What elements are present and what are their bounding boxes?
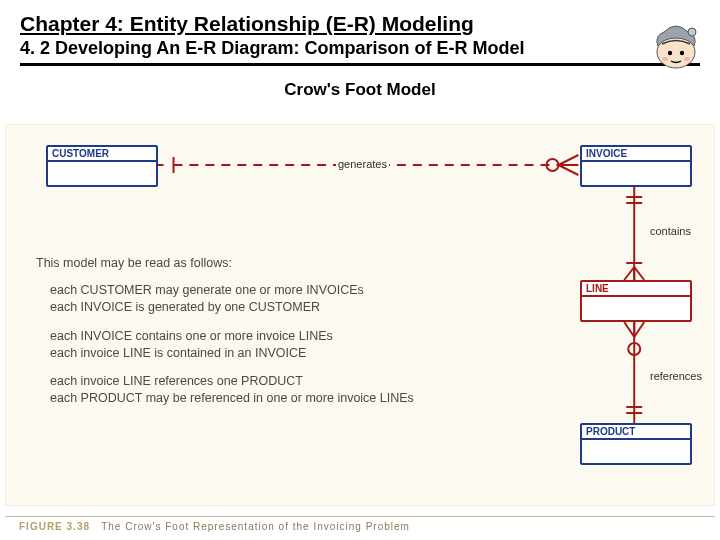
entity-line: LINE — [580, 280, 692, 322]
svg-point-5 — [684, 57, 690, 61]
explanation-heading: This model may be read as follows: — [36, 255, 466, 272]
figure-caption-text: The Crow's Foot Representation of the In… — [101, 521, 410, 532]
entity-invoice: INVOICE — [580, 145, 692, 187]
explanation-line: each PRODUCT may be referenced in one or… — [50, 391, 414, 405]
er-diagram-stage: CUSTOMER INVOICE LINE PRODUCT generates … — [5, 124, 715, 506]
entity-invoice-label: INVOICE — [582, 147, 690, 162]
entity-customer-label: CUSTOMER — [48, 147, 156, 162]
entity-customer: CUSTOMER — [46, 145, 158, 187]
svg-point-2 — [668, 51, 672, 55]
svg-point-4 — [662, 57, 668, 61]
entity-product: PRODUCT — [580, 423, 692, 465]
chapter-title: Chapter 4: Entity Relationship (E-R) Mod… — [20, 12, 700, 36]
rel-label-generates: generates — [336, 158, 389, 170]
explanation-line: each invoice LINE is contained in an INV… — [50, 346, 306, 360]
svg-point-3 — [680, 51, 684, 55]
explanation-line: each INVOICE is generated by one CUSTOME… — [50, 300, 320, 314]
figure-number: FIGURE 3.38 — [19, 521, 90, 532]
explanation-block: This model may be read as follows: each … — [36, 255, 466, 419]
rel-label-contains: contains — [648, 225, 693, 237]
entity-line-label: LINE — [582, 282, 690, 297]
explanation-line: each invoice LINE references one PRODUCT — [50, 374, 303, 388]
rel-label-references: references — [648, 370, 704, 382]
entity-product-label: PRODUCT — [582, 425, 690, 440]
svg-point-1 — [688, 28, 696, 36]
section-title: 4. 2 Developing An E-R Diagram: Comparis… — [20, 38, 700, 59]
figure-title: Crow's Foot Model — [0, 80, 720, 100]
explanation-line: each INVOICE contains one or more invoic… — [50, 329, 333, 343]
figure-caption: FIGURE 3.38 The Crow's Foot Representati… — [5, 516, 715, 532]
header-divider — [20, 63, 700, 66]
avatar — [646, 10, 706, 72]
explanation-line: each CUSTOMER may generate one or more I… — [50, 283, 364, 297]
